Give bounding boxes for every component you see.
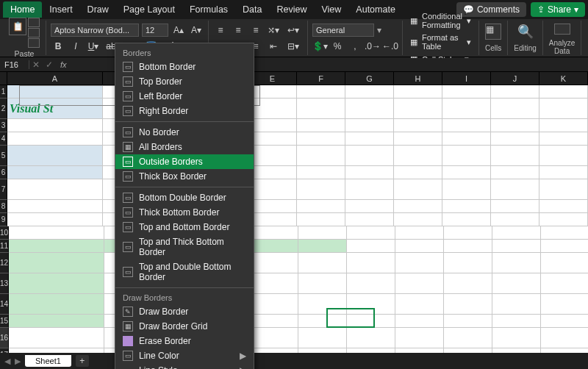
row-header[interactable]: 15 — [0, 315, 9, 328]
col-header[interactable]: A — [7, 72, 103, 85]
cell[interactable] — [442, 213, 491, 226]
indent-dec-icon[interactable]: ⇤ — [266, 40, 281, 53]
dd-erase-border[interactable]: Erase Border — [115, 334, 254, 348]
cell[interactable] — [539, 119, 588, 132]
row-header[interactable]: 3 — [0, 119, 7, 132]
cell[interactable] — [297, 179, 345, 200]
tab-data[interactable]: Data — [235, 1, 269, 18]
merge-icon[interactable]: ⊟▾ — [284, 40, 303, 53]
tab-review[interactable]: Review — [269, 1, 314, 18]
cell[interactable] — [7, 200, 103, 213]
cell[interactable] — [442, 179, 491, 200]
dd-line-color[interactable]: ▭Line Color▶ — [115, 348, 254, 363]
cell[interactable] — [539, 179, 588, 200]
cell[interactable] — [345, 166, 394, 179]
cell[interactable] — [394, 213, 442, 226]
document-cloud-group[interactable]: Document Cloud — [581, 21, 588, 55]
cell[interactable] — [539, 200, 588, 213]
cell[interactable] — [442, 200, 491, 213]
dd-outside-borders[interactable]: ▭Outside Borders — [115, 154, 254, 169]
cell[interactable] — [444, 328, 492, 348]
cell[interactable] — [7, 213, 103, 226]
enter-icon[interactable]: ✓ — [43, 60, 56, 70]
row-header[interactable]: 9 — [0, 213, 7, 226]
align-middle-icon[interactable]: ≡ — [231, 24, 245, 37]
cell[interactable] — [395, 253, 444, 273]
dd-top-double-bottom[interactable]: ▭Top and Double Bottom Border — [115, 259, 254, 284]
tab-insert[interactable]: Insert — [42, 1, 79, 18]
row-header[interactable]: 13 — [0, 273, 9, 294]
format-painter-icon[interactable] — [28, 38, 40, 48]
cell[interactable] — [248, 85, 297, 98]
inc-decimal-icon[interactable]: .0→ — [365, 40, 380, 53]
cell[interactable] — [541, 315, 588, 328]
tab-automate[interactable]: Automate — [348, 1, 403, 18]
cell[interactable] — [347, 315, 395, 328]
row-header[interactable]: 4 — [0, 132, 7, 146]
row-header[interactable]: 10 — [0, 226, 9, 240]
row-header[interactable]: 7 — [0, 179, 7, 200]
cell[interactable] — [444, 226, 492, 240]
row-header[interactable]: 5 — [0, 146, 7, 166]
cell[interactable] — [9, 226, 104, 240]
cell[interactable] — [9, 294, 104, 315]
cell[interactable] — [394, 166, 442, 179]
cell[interactable] — [491, 166, 539, 179]
cell[interactable] — [298, 328, 347, 348]
dec-decimal-icon[interactable]: ←.0 — [383, 40, 398, 53]
cell[interactable] — [492, 226, 541, 240]
editing-group[interactable]: 🔍 Editing — [508, 21, 543, 55]
tab-draw[interactable]: Draw — [80, 1, 116, 18]
cell[interactable] — [492, 315, 541, 328]
cell[interactable] — [7, 85, 103, 98]
comma-icon[interactable]: , — [348, 40, 362, 53]
cell[interactable] — [298, 294, 347, 315]
col-header[interactable]: I — [442, 72, 491, 85]
col-header[interactable]: F — [297, 72, 345, 85]
cell[interactable] — [248, 166, 297, 179]
orientation-icon[interactable]: ⤭▾ — [266, 24, 281, 37]
cell[interactable] — [395, 226, 444, 240]
cell[interactable] — [250, 253, 298, 273]
cell[interactable] — [250, 328, 298, 348]
dd-right-border[interactable]: ▭Right Border — [115, 104, 254, 118]
cell[interactable] — [7, 132, 103, 146]
cell[interactable] — [248, 119, 297, 132]
wrap-text-icon[interactable]: ↩▾ — [284, 24, 303, 37]
cell[interactable] — [491, 146, 539, 166]
cell[interactable] — [345, 119, 394, 132]
cell[interactable] — [444, 240, 492, 253]
row-header[interactable]: 16 — [0, 328, 9, 348]
cell[interactable] — [492, 273, 541, 294]
dd-top-border[interactable]: ▭Top Border — [115, 74, 254, 89]
col-header[interactable]: H — [394, 72, 442, 85]
dd-line-style[interactable]: Line Style▶ — [115, 363, 254, 369]
sheet-tab[interactable]: Sheet1 — [25, 355, 71, 367]
cell[interactable] — [297, 166, 345, 179]
add-sheet-button[interactable]: + — [76, 355, 89, 367]
cell[interactable] — [298, 240, 347, 253]
cell[interactable] — [444, 273, 492, 294]
cell[interactable] — [345, 146, 394, 166]
cell[interactable] — [297, 146, 345, 166]
tab-home[interactable]: Home — [3, 1, 42, 18]
cell[interactable] — [248, 213, 297, 226]
select-all-corner[interactable] — [0, 72, 7, 85]
cell[interactable] — [541, 294, 588, 315]
row-header[interactable]: 8 — [0, 200, 7, 213]
cell[interactable] — [7, 166, 103, 179]
cell[interactable] — [297, 213, 345, 226]
cell[interactable] — [492, 294, 541, 315]
cell[interactable] — [541, 273, 588, 294]
cell[interactable] — [347, 273, 395, 294]
cell[interactable] — [9, 240, 104, 253]
cell[interactable] — [345, 132, 394, 146]
cell[interactable] — [250, 294, 298, 315]
cell[interactable] — [442, 132, 491, 146]
align-top-icon[interactable]: ≡ — [213, 24, 228, 37]
cell[interactable] — [444, 315, 492, 328]
dd-draw-grid[interactable]: ▦Draw Border Grid — [115, 319, 254, 334]
underline-button[interactable]: U▾ — [86, 40, 101, 53]
cell[interactable] — [298, 253, 347, 273]
tab-formulas[interactable]: Formulas — [182, 1, 235, 18]
